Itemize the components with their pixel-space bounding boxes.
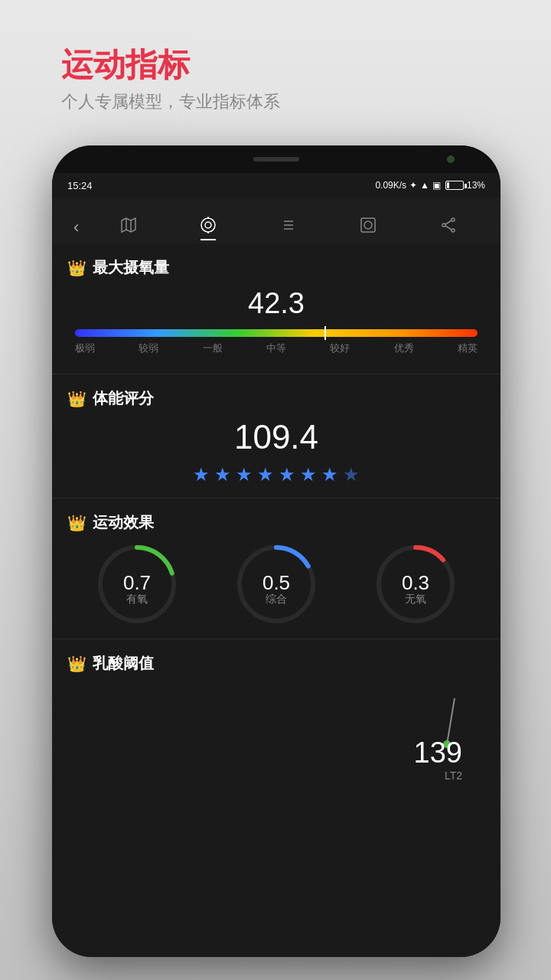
phone-top-decor	[52, 145, 500, 173]
page-title: 运动指标	[61, 46, 280, 84]
svg-rect-12	[361, 218, 375, 232]
battery-percent: 13%	[467, 180, 485, 191]
crown-icon-lactic: 👑	[67, 655, 86, 673]
nav-circle[interactable]	[199, 216, 217, 237]
comprehensive-value: 0.5	[262, 571, 290, 595]
star-6: ★	[300, 464, 317, 485]
nav-search[interactable]	[359, 216, 377, 237]
comprehensive-label: 综合	[266, 593, 287, 606]
comprehensive-circle-item: 0.5 综合	[234, 542, 318, 626]
gradient-bar	[75, 329, 478, 337]
status-bar: 15:24 0.09K/s ✦ ▲ ▣ 13%	[52, 173, 500, 198]
gradient-bar-container: 极弱 较弱 一般 中等 较好 优秀 精英	[75, 329, 478, 355]
phone-frame: 15:24 0.09K/s ✦ ▲ ▣ 13% ‹	[52, 145, 500, 957]
title-area: 运动指标 个人专属模型，专业指标体系	[61, 46, 280, 113]
lactic-lt-label: LT2	[445, 769, 462, 782]
effect-section: 👑 运动效果 0.7 有氧	[52, 498, 500, 639]
svg-point-3	[205, 222, 211, 228]
lactic-title-row: 👑 乳酸阈值	[67, 653, 485, 674]
svg-point-13	[364, 221, 372, 229]
speaker	[253, 157, 299, 162]
label-jiaoruo: 较弱	[139, 341, 158, 355]
wifi-icon: ▲	[420, 180, 429, 191]
aerobic-circle-item: 0.7 有氧	[95, 542, 179, 626]
vo2max-value: 42.3	[67, 287, 485, 320]
svg-point-2	[201, 218, 215, 232]
gradient-indicator	[324, 326, 326, 340]
comprehensive-circle: 0.5 综合	[234, 542, 318, 626]
aerobic-label: 有氧	[126, 593, 148, 606]
effect-label: 运动效果	[93, 512, 154, 533]
circles-row: 0.7 有氧 0.5 综合	[67, 542, 485, 626]
gradient-labels: 极弱 较弱 一般 中等 较好 优秀 精英	[75, 341, 478, 355]
nav-list[interactable]	[279, 216, 298, 237]
vo2max-label: 最大摄氧量	[93, 257, 169, 278]
status-time: 15:24	[67, 180, 93, 191]
star-1: ★	[193, 464, 210, 485]
anaerobic-label: 无氧	[405, 593, 426, 606]
page-subtitle: 个人专属模型，专业指标体系	[61, 90, 280, 113]
svg-line-17	[445, 220, 452, 224]
fitness-label: 体能评分	[93, 388, 154, 409]
aerobic-circle: 0.7 有氧	[95, 542, 179, 626]
label-jiaohao: 较好	[330, 341, 350, 355]
label-jiruo: 极弱	[75, 341, 95, 355]
fitness-score-value: 109.4	[67, 418, 485, 456]
label-yiban: 一般	[203, 341, 223, 355]
lactic-section: 👑 乳酸阈值 139 LT2	[52, 639, 500, 789]
effect-title-row: 👑 运动效果	[67, 512, 485, 533]
star-5: ★	[279, 464, 295, 485]
star-8: ★	[343, 464, 360, 485]
fitness-title-row: 👑 体能评分	[67, 388, 485, 409]
star-7: ★	[321, 464, 338, 485]
aerobic-value: 0.7	[123, 571, 151, 595]
page-background: 运动指标 个人专属模型，专业指标体系 15:24 0.09K/s ✦ ▲ ▣	[0, 0, 551, 980]
anaerobic-circle-item: 0.3 无氧	[373, 542, 458, 626]
signal-icon: ▣	[432, 180, 441, 191]
vo2max-title-row: 👑 最大摄氧量	[67, 257, 485, 278]
svg-point-15	[442, 224, 445, 227]
nav-icons	[88, 216, 488, 237]
label-jingying: 精英	[458, 341, 478, 355]
label-zhongdeng: 中等	[266, 341, 286, 355]
crown-icon-vo2: 👑	[67, 259, 86, 277]
nav-share[interactable]	[439, 216, 458, 237]
lactic-value: 139	[414, 737, 462, 769]
label-youxiu: 优秀	[394, 341, 414, 355]
bluetooth-icon: ✦	[409, 180, 417, 191]
star-2: ★	[214, 464, 231, 485]
content-area: 👑 最大摄氧量 42.3 极弱 较弱 一般 中等 较好 优秀 精英	[52, 243, 500, 957]
status-right: 0.09K/s ✦ ▲ ▣ 13%	[375, 180, 485, 191]
stars-row: ★ ★ ★ ★ ★ ★ ★ ★	[67, 464, 485, 485]
nav-map[interactable]	[119, 216, 138, 237]
network-speed: 0.09K/s	[375, 180, 406, 191]
fitness-section: 👑 体能评分 109.4 ★ ★ ★ ★ ★ ★ ★ ★	[52, 374, 500, 498]
svg-point-14	[452, 218, 455, 221]
star-4: ★	[257, 464, 274, 485]
lactic-chart: 139 LT2	[67, 683, 485, 782]
back-button[interactable]: ‹	[64, 217, 88, 237]
battery-icon	[445, 181, 464, 190]
svg-line-18	[445, 226, 452, 230]
lactic-label: 乳酸阈值	[93, 653, 154, 674]
anaerobic-value: 0.3	[402, 571, 429, 595]
camera	[447, 155, 455, 163]
crown-icon-fitness: 👑	[67, 390, 86, 408]
anaerobic-circle: 0.3 无氧	[373, 542, 458, 626]
star-3: ★	[236, 464, 253, 485]
vo2max-section: 👑 最大摄氧量 42.3 极弱 较弱 一般 中等 较好 优秀 精英	[52, 243, 500, 374]
svg-point-16	[452, 229, 455, 232]
crown-icon-effect: 👑	[67, 514, 86, 532]
nav-bar: ‹	[52, 198, 500, 243]
